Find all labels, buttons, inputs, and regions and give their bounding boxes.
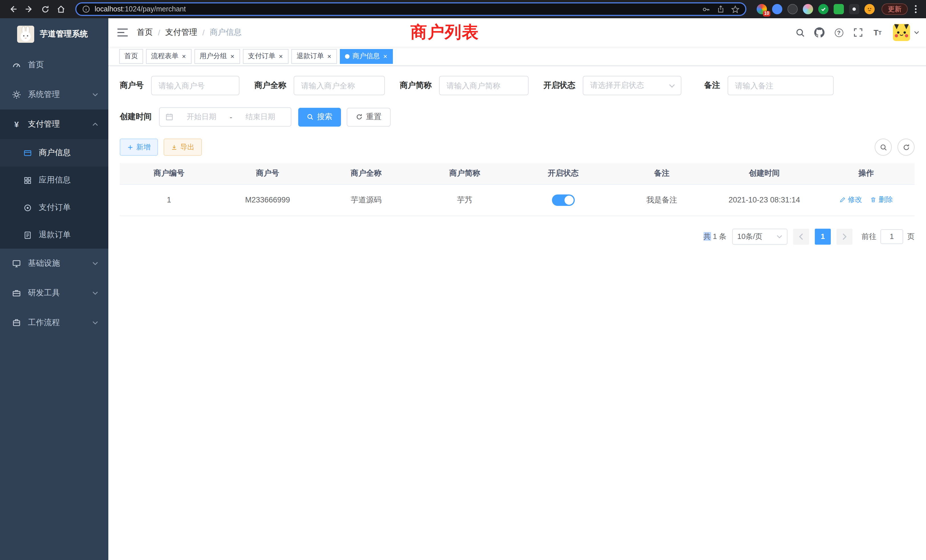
search-icon [879,144,887,151]
show-search-toggle-button[interactable] [875,139,892,156]
font-size-icon[interactable]: TT [869,24,886,41]
sidebar-group-payment: ¥ 支付管理 商户信息 应用信息 支付订单 [0,109,108,249]
sidebar-item-merchant-info[interactable]: 商户信息 [0,139,108,166]
merchant-no-input[interactable] [151,76,239,95]
tab-close-icon[interactable]: × [181,53,186,60]
breadcrumb-item[interactable]: 支付管理 [165,27,197,38]
col-header: 创建时间 [711,163,818,184]
sidebar-item-infra[interactable]: 基础设施 [0,249,108,278]
reset-button[interactable]: 重置 [346,107,390,126]
page-size-select[interactable]: 10条/页 [732,229,787,244]
navbar: 首页 / 支付管理 / 商户信息 ? TT [108,18,926,47]
merchant-fullname-input[interactable] [294,76,385,95]
remark-input[interactable] [728,76,834,95]
sidebar-item-label: 首页 [28,60,44,70]
delete-link[interactable]: 删除 [870,195,893,205]
fullscreen-icon[interactable] [850,24,867,41]
sidebar-item-refund-order[interactable]: 退款订单 [0,221,108,249]
field-label: 备注 [704,80,720,91]
extension-icon[interactable] [834,4,844,14]
tab-close-icon[interactable]: × [383,53,388,60]
table-toolbar: 新增 导出 [120,139,915,156]
sidebar-item-system[interactable]: 系统管理 [0,80,108,109]
app-logo[interactable]: 芋道管理系统 [0,18,108,50]
address-bar[interactable]: localhost:1024/pay/merchant [75,2,746,16]
browser-update-button[interactable]: 更新 [882,3,908,15]
github-icon[interactable] [811,24,828,41]
refresh-icon [902,144,910,151]
col-header: 商户简称 [415,163,514,184]
extension-icon[interactable] [772,4,782,14]
extension-icon[interactable] [818,4,829,14]
forward-button[interactable] [22,2,36,17]
refresh-table-button[interactable] [897,139,915,156]
chevron-down-icon [92,291,98,295]
tab-close-icon[interactable]: × [327,53,332,60]
profile-avatar[interactable] [864,4,875,14]
extension-icon[interactable] [849,4,859,14]
sidebar-item-label: 系统管理 [28,89,60,100]
tab-close-icon[interactable]: × [230,53,235,60]
sidebar-item-label: 基础设施 [28,258,60,269]
extension-icon[interactable]: 10 [757,4,767,14]
chevron-down-icon [92,262,98,265]
sidebar-item-dev-tools[interactable]: 研发工具 [0,278,108,308]
tab-merchant-info[interactable]: 商户信息× [340,49,393,64]
tools-icon [12,289,21,298]
question-icon[interactable]: ? [830,24,847,41]
hamburger-icon[interactable] [108,18,137,47]
cell-create-time: 2021-10-23 08:31:14 [711,184,818,216]
tab-close-icon[interactable]: × [278,53,283,60]
tab-home[interactable]: 首页 [119,49,143,64]
tab-pay-order[interactable]: 支付订单× [243,49,289,64]
extension-icon[interactable] [787,4,798,14]
reload-button[interactable] [38,2,53,17]
prev-page-button[interactable] [793,229,809,244]
extension-icon[interactable] [803,4,813,14]
col-header: 操作 [818,163,915,184]
sidebar-item-pay-order[interactable]: 支付订单 [0,194,108,221]
navbar-actions: ? TT [791,24,926,41]
sidebar-item-home[interactable]: 首页 [0,50,108,80]
info-icon[interactable] [82,5,90,13]
cell-merchant-no: M233666999 [218,184,317,216]
search-button[interactable]: 搜索 [298,107,341,126]
star-icon[interactable] [731,5,740,14]
table-row: 1 M233666999 芋道源码 芋艿 我是备注 2021-10-23 08:… [120,184,915,216]
sidebar-item-app-info[interactable]: 应用信息 [0,166,108,194]
breadcrumb-item[interactable]: 首页 [137,27,153,38]
merchant-card-icon [23,148,32,157]
chevron-up-icon [92,123,98,126]
date-end-placeholder: 结束日期 [236,112,285,122]
search-icon[interactable] [791,24,808,41]
tab-user-group[interactable]: 用户分组× [194,49,240,64]
merchant-table: 商户编号 商户号 商户全称 商户简称 开启状态 备注 创建时间 操作 1 [120,163,915,216]
sidebar-item-workflow[interactable]: 工作流程 [0,308,108,338]
share-icon[interactable] [717,5,725,13]
sidebar: 芋道管理系统 首页 系统管理 ¥ 支付管理 [0,18,108,560]
home-button[interactable] [54,2,68,17]
refund-doc-icon [23,231,32,239]
refresh-icon [356,114,363,120]
user-avatar-menu[interactable] [893,24,919,41]
edit-link[interactable]: 修改 [839,195,862,205]
tab-refund-order[interactable]: 退款订单× [291,49,337,64]
tab-process-form[interactable]: 流程表单× [146,49,192,64]
gear-icon [12,90,21,99]
page-number-button[interactable]: 1 [815,229,831,244]
back-button[interactable] [6,2,21,17]
export-button[interactable]: 导出 [163,139,202,156]
url-text[interactable]: localhost:1024/pay/merchant [95,5,698,13]
create-time-range-picker[interactable]: 开始日期 - 结束日期 [159,107,291,127]
merchant-shortname-input[interactable] [439,76,528,95]
next-page-button[interactable] [837,229,852,244]
kebab-menu-icon[interactable] [911,5,920,14]
status-select[interactable]: 请选择开启状态 [583,76,681,95]
goto-page-input[interactable] [881,229,903,244]
key-icon[interactable] [702,5,710,14]
add-button[interactable]: 新增 [120,139,158,156]
status-toggle[interactable] [552,194,575,206]
sidebar-item-payment[interactable]: ¥ 支付管理 [0,109,108,139]
app-grid-icon [23,176,32,185]
app-title: 芋道管理系统 [40,29,88,39]
